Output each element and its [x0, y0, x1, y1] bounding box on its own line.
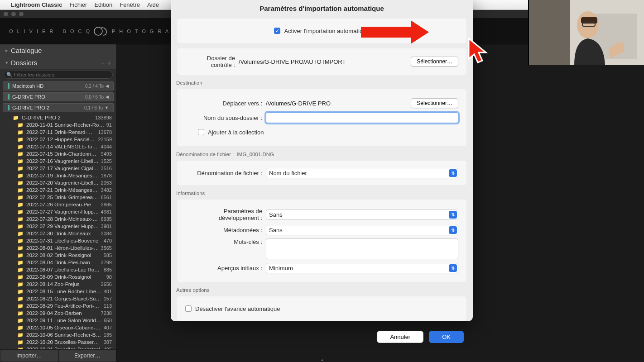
folder-row[interactable]: 📁2022-10-20 Bruxelles-Passerelle…387: [0, 338, 116, 346]
dev-select[interactable]: Sans ⇅: [266, 210, 458, 220]
keywords-input[interactable]: [266, 238, 458, 259]
select-arrows-icon: ⇅: [449, 169, 457, 177]
folder-row[interactable]: 📁2022-07-21 Drink-Mésanges-Pic…3482: [0, 186, 116, 194]
folder-row[interactable]: 📁2022-08-04 Drink-Pies-bain3799: [0, 259, 116, 266]
folder-row[interactable]: 📁2022-07-28 Drink-Moineaux-Pic…6935: [0, 215, 116, 223]
folder-row[interactable]: 📁2022-07-25 Drink-Grimpereau-Pic…6561: [0, 194, 116, 201]
folder-row[interactable]: 📁2022-08-09 Drink-Rossignol90: [0, 273, 116, 281]
folder-filter-input[interactable]: [4, 71, 113, 79]
section-activate: ✓ Activer l'importation automatique: [177, 19, 466, 43]
cancel-button[interactable]: Annuler: [377, 331, 423, 343]
folder-row[interactable]: 📁2022-07-19 Drink-Mésanges-Ro…1878: [0, 172, 116, 179]
folder-icon: 📁: [17, 201, 24, 208]
dialog-footer: Annuler OK: [171, 326, 473, 350]
filenaming-head: Dénomination de fichier : IMG_0001.DNG: [176, 152, 473, 157]
app-name[interactable]: Lightroom Classic: [11, 1, 62, 8]
export-button[interactable]: Exporter…: [58, 349, 117, 362]
folder-icon: 📁: [13, 114, 19, 121]
max-dot[interactable]: [19, 12, 24, 16]
folder-icon: 📁: [17, 209, 24, 215]
tray-indicator[interactable]: ▴: [321, 357, 323, 362]
folder-icon: 📁: [17, 194, 24, 200]
folder-row[interactable]: 📁2022-08-01 Héron-Libellules-Pa…3565: [0, 244, 116, 252]
left-sidebar: ▸ Catalogue ▾ Dossiers −+ 🔍 Macintosh HD…: [0, 44, 117, 362]
folder-row[interactable]: 📁2022-08-14 Zoo-Frejus2656: [0, 281, 116, 288]
select-dest-button[interactable]: Sélectionner…: [411, 98, 458, 108]
folder-icon: 📁: [17, 267, 24, 273]
folder-tree: 📁 G-DRIVE PRO 2 133898 📁2020-11-01 Sunri…: [0, 113, 116, 349]
preview-select[interactable]: Minimum ⇅: [266, 263, 458, 273]
panel-catalogue[interactable]: ▸ Catalogue: [0, 44, 116, 57]
menu-help[interactable]: Aide: [147, 1, 159, 8]
subfolder-input[interactable]: [266, 112, 458, 123]
folder-icon: 📁: [17, 122, 24, 128]
vol-name: G-DRIVE PRO 2: [12, 105, 49, 110]
menu-window[interactable]: Fenêtre: [120, 1, 140, 8]
vol-name: G-DRIVE PRO: [12, 94, 45, 100]
folder-row[interactable]: 📁2022-07-31 Libellules-Bouverie470: [0, 237, 116, 244]
folder-icon: 📁: [17, 317, 24, 324]
folder-row[interactable]: 📁2022-07-17 Vaugrenier-Cigales-…3516: [0, 165, 116, 172]
folder-icon: 📁: [17, 332, 24, 338]
add-collection-label: Ajouter à la collection: [208, 129, 264, 136]
panel-dossiers[interactable]: ▾ Dossiers −+: [0, 57, 116, 69]
folder-row[interactable]: 📁2022-07-29 Vaugrenier-Huppes-…3901: [0, 223, 116, 230]
folder-row[interactable]: 📁2022-10-21 Bruxelles-Bockstael405: [0, 346, 116, 349]
triangle-left-icon: ◀: [106, 84, 109, 88]
folder-icon: 📁: [17, 238, 24, 244]
folder-row[interactable]: 📁2022-10-06 Sunrise-Rocher-Bru…135: [0, 331, 116, 338]
min-dot[interactable]: [11, 12, 16, 16]
folder-row[interactable]: 📁2022-07-30 Drink-Moineaux2084: [0, 230, 116, 237]
folder-row[interactable]: 📁2022-09-04 Zoo-Barben7238: [0, 310, 116, 317]
vol-name: Macintosh HD: [12, 83, 43, 89]
activate-checkbox[interactable]: ✓: [274, 28, 280, 34]
folder-icon: 📁: [17, 216, 24, 222]
add-collection-checkbox[interactable]: [198, 129, 204, 135]
folder-icon: 📁: [17, 172, 24, 179]
folder-row[interactable]: 📁2022-07-12 Huppes-Fasciées-Cig…22159: [0, 136, 116, 143]
folder-icon: 📁: [17, 310, 24, 316]
ok-button[interactable]: OK: [429, 331, 464, 343]
folder-filter: 🔍: [0, 69, 116, 81]
folder-row[interactable]: 📁2022-07-14 VALENSOLE-Tourne…4044: [0, 143, 116, 150]
minus-icon[interactable]: −: [101, 59, 105, 67]
menu-file[interactable]: Fichier: [69, 1, 87, 8]
volume-gdrive[interactable]: G-DRIVE PRO0,0 / 6 To◀: [3, 92, 114, 101]
folder-row[interactable]: 📁2022-07-15 Drink-Chardonneret…9493: [0, 150, 116, 157]
search-icon: 🔍: [6, 72, 13, 78]
folder-row[interactable]: 📁2022-08-29 Feu-Artifice-Port-Fr…113: [0, 302, 116, 310]
folder-row[interactable]: 📁2022-08-02 Drink-Rossignol585: [0, 252, 116, 259]
folder-icon: 📁: [17, 223, 24, 229]
select-watch-button[interactable]: Sélectionner…: [411, 57, 458, 67]
folder-row[interactable]: 📁2022-08-15 Lune-Rocher-Libellu…401: [0, 288, 116, 295]
folder-row[interactable]: 📁2022-07-20 Vaugrenier-Libellule…2053: [0, 179, 116, 186]
webcam-overlay: [528, 0, 644, 65]
select-arrows-icon: ⇅: [449, 264, 457, 272]
plus-icon[interactable]: +: [107, 59, 111, 67]
filenaming-select[interactable]: Nom du fichier ⇅: [266, 168, 458, 178]
folder-icon: 📁: [17, 259, 24, 266]
folder-row[interactable]: 📁2022-07-27 Vaugrenier-Huppes-…4981: [0, 208, 116, 215]
folder-row[interactable]: 📁2022-08-21 Gorges-Blavet-Sunrise157: [0, 295, 116, 302]
folder-row[interactable]: 📁2022-07-11 Drink-Renard-Mésan…13678: [0, 129, 116, 136]
folder-root[interactable]: 📁 G-DRIVE PRO 2 133898: [0, 114, 116, 121]
section-filenaming: Dénomination de fichier : Nom du fichier…: [177, 161, 466, 185]
folder-row[interactable]: 📁2020-11-01 Sunrise-Rocher-Roqu…91: [0, 121, 116, 129]
menu-edit[interactable]: Edition: [94, 1, 112, 8]
volume-gdrive2[interactable]: G-DRIVE PRO 20,1 / 6 To▼: [3, 103, 114, 112]
folder-row[interactable]: 📁2022-10-05 Oiseaux-Cabane-He…407: [0, 324, 116, 331]
catalogue-label: Catalogue: [11, 47, 42, 54]
folder-icon: 📁: [17, 136, 24, 143]
folder-row[interactable]: 📁2022-07-26 Grimpereau-Pie2865: [0, 201, 116, 208]
watch-path: /Volumes/G-DRIVE PRO/AUTO IMPORT: [239, 58, 411, 65]
folder-row[interactable]: 📁2022-07-16 Vaugrenier-Libellules1525: [0, 157, 116, 165]
sidebar-footer: Importer… Exporter…: [0, 349, 116, 362]
folder-row[interactable]: 📁2022-09-11 Lune-Salon World O…658: [0, 317, 116, 324]
meta-select[interactable]: Sans ⇅: [266, 225, 458, 235]
disable-advance-checkbox[interactable]: [185, 305, 192, 312]
volume-macintosh[interactable]: Macintosh HD0,2 / 4 To◀: [3, 81, 114, 90]
folder-icon: 📁: [17, 274, 24, 280]
import-button[interactable]: Importer…: [0, 349, 58, 362]
close-dot[interactable]: [4, 12, 8, 16]
folder-row[interactable]: 📁2022-08-07 Libellules-Lac Roqu…885: [0, 266, 116, 273]
